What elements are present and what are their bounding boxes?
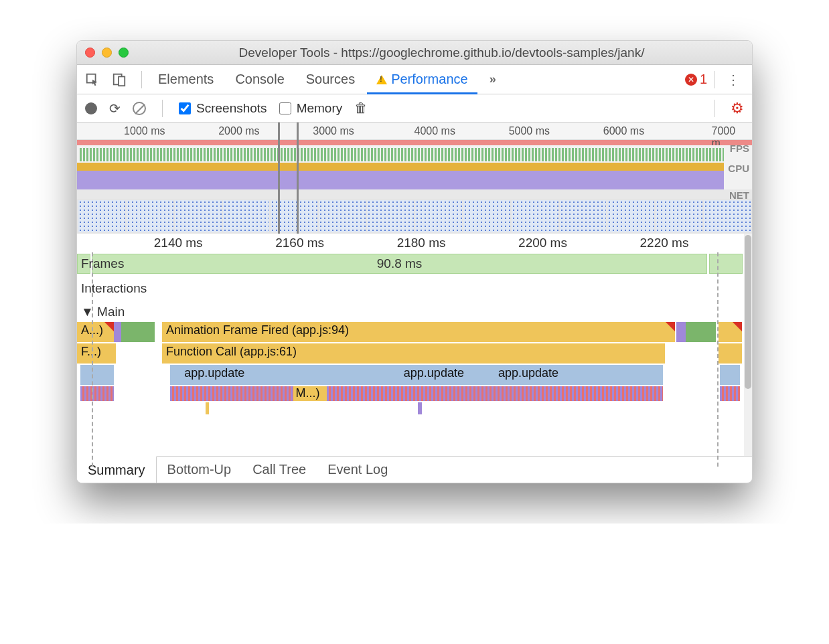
vertical-scrollbar[interactable] xyxy=(744,234,752,456)
event-block[interactable]: Animation Frame Fired (app.js:94) xyxy=(162,322,675,342)
tick: 2220 ms xyxy=(640,236,689,250)
overview-activity-bar xyxy=(77,140,752,145)
thumbnail xyxy=(175,200,222,232)
frame-boundary xyxy=(717,252,719,467)
divider xyxy=(714,100,714,117)
tab-label: Elements xyxy=(158,72,214,87)
overview-selection[interactable] xyxy=(278,123,298,234)
event-label: app.update xyxy=(181,365,350,385)
error-count[interactable]: ✕ 1 xyxy=(685,72,707,87)
reload-record-button[interactable]: ⟳ xyxy=(109,100,121,116)
tab-sources[interactable]: Sources xyxy=(297,65,364,94)
overview-ruler: 1000 ms 2000 ms 3000 ms 4000 ms 5000 ms … xyxy=(77,123,752,140)
maximize-icon[interactable] xyxy=(119,48,129,58)
event-block[interactable]: A...) xyxy=(77,322,114,342)
event-label: app.update xyxy=(401,365,502,385)
fps-label: FPS xyxy=(730,143,749,154)
event-stripes[interactable] xyxy=(80,386,114,401)
bottom-tabs: Summary Bottom-Up Call Tree Event Log xyxy=(77,456,752,483)
thumbnail xyxy=(78,200,125,232)
thumbnail xyxy=(367,200,414,232)
event-block[interactable] xyxy=(418,402,422,414)
cpu-label: CPU xyxy=(728,163,749,174)
btab-label: Event Log xyxy=(327,462,388,477)
trash-button[interactable]: 🗑 xyxy=(354,100,368,116)
event-block[interactable] xyxy=(719,343,742,364)
btab-label: Summary xyxy=(88,463,145,478)
event-block[interactable] xyxy=(80,365,114,385)
btab-label: Bottom-Up xyxy=(167,462,232,477)
thumbnail xyxy=(512,200,558,232)
overview-panel[interactable]: 1000 ms 2000 ms 3000 ms 4000 ms 5000 ms … xyxy=(77,123,752,234)
overview-cpu xyxy=(77,163,752,189)
flame-chart[interactable]: 2140 ms 2160 ms 2180 ms 2200 ms 2220 ms … xyxy=(77,234,752,456)
inspect-icon[interactable] xyxy=(84,71,101,88)
tick: 2200 ms xyxy=(518,236,567,250)
tick: 2180 ms xyxy=(397,236,446,250)
minimize-icon[interactable] xyxy=(102,48,112,58)
window-title: Developer Tools - https://googlechrome.g… xyxy=(139,46,744,60)
main-row-header[interactable]: ▼ Main xyxy=(77,302,752,322)
frame-block[interactable]: 90.8 ms xyxy=(92,254,707,274)
thumbnail xyxy=(127,200,173,232)
scrollbar-thumb[interactable] xyxy=(745,235,751,389)
divider xyxy=(162,100,163,117)
event-block[interactable] xyxy=(206,402,209,414)
settings-gear-icon[interactable]: ⚙ xyxy=(731,100,744,117)
memory-label: Memory xyxy=(297,101,343,116)
tick: 2000 ms xyxy=(218,125,259,137)
btab-event-log[interactable]: Event Log xyxy=(317,457,398,483)
btab-label: Call Tree xyxy=(252,462,306,477)
event-block[interactable] xyxy=(676,322,686,342)
titlebar: Developer Tools - https://googlechrome.g… xyxy=(77,41,752,65)
tab-console[interactable]: Console xyxy=(226,65,293,94)
more-tabs[interactable]: » xyxy=(480,65,506,94)
tab-label: Console xyxy=(235,72,284,87)
btab-call-tree[interactable]: Call Tree xyxy=(242,457,317,483)
error-icon: ✕ xyxy=(685,74,697,86)
tab-label: Sources xyxy=(306,72,355,87)
event-stripes[interactable] xyxy=(720,386,740,401)
frames-label: Frames xyxy=(77,256,157,271)
thumbnail xyxy=(223,200,270,232)
memory-checkbox[interactable]: Memory xyxy=(279,101,343,116)
event-block[interactable] xyxy=(720,365,740,385)
event-stripes[interactable] xyxy=(170,386,663,401)
device-toggle-icon[interactable] xyxy=(110,71,128,88)
tick: 4000 ms xyxy=(414,125,455,137)
frames-row[interactable]: Frames 90.8 ms xyxy=(77,252,752,275)
close-icon[interactable] xyxy=(85,48,95,58)
thumbnail xyxy=(415,200,462,232)
screenshots-checkbox[interactable]: Screenshots xyxy=(179,101,267,116)
tab-elements[interactable]: Elements xyxy=(149,65,223,94)
event-block[interactable] xyxy=(686,322,715,342)
thumbnail xyxy=(560,200,607,232)
settings-menu-icon[interactable]: ⋮ xyxy=(721,72,745,88)
event-block[interactable] xyxy=(121,322,155,342)
event-label: app.update xyxy=(496,365,597,385)
btab-summary[interactable]: Summary xyxy=(77,456,157,483)
interactions-label: Interactions xyxy=(77,281,157,296)
frame-duration: 90.8 ms xyxy=(377,256,423,271)
divider xyxy=(714,71,714,88)
event-block[interactable]: Function Call (app.js:61) xyxy=(162,343,665,364)
overview-fps xyxy=(77,145,752,163)
btab-bottom-up[interactable]: Bottom-Up xyxy=(157,457,242,483)
screenshots-input[interactable] xyxy=(179,102,191,114)
event-block[interactable] xyxy=(719,322,742,342)
frame-block[interactable] xyxy=(709,254,743,274)
perf-toolbar: ⟳ Screenshots Memory 🗑 ⚙ xyxy=(77,94,752,123)
tab-performance[interactable]: Performance xyxy=(367,65,477,94)
tab-label: Performance xyxy=(391,72,468,87)
panel-tabs: Elements Console Sources Performance » ✕… xyxy=(77,65,752,94)
thumbnail xyxy=(656,200,702,232)
tick: 2140 ms xyxy=(154,236,203,250)
record-button[interactable] xyxy=(85,102,97,114)
memory-input[interactable] xyxy=(279,102,291,114)
event-block[interactable]: F...) xyxy=(77,343,116,364)
clear-button[interactable] xyxy=(133,102,146,115)
thumbnail xyxy=(704,200,751,232)
overview-net xyxy=(77,189,752,199)
interactions-row[interactable]: Interactions xyxy=(77,275,752,302)
event-block[interactable]: M...) xyxy=(293,386,327,401)
